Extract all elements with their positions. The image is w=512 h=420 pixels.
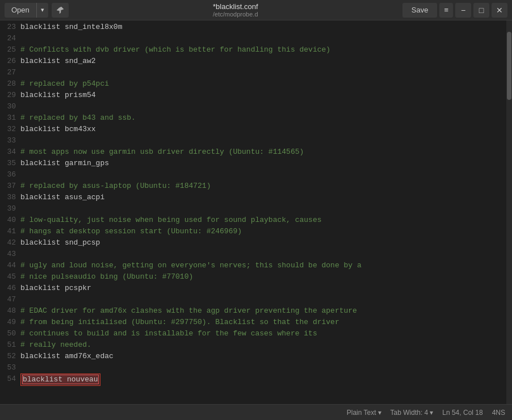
line-text: # ugly and loud noise, getting on everyo… xyxy=(20,260,362,271)
line-text: # nice pulseaudio bing (Ubuntu: #77010) xyxy=(20,271,193,283)
code-line: 49# from being initialised (Ubuntu: #297… xyxy=(0,317,506,328)
scrollbar[interactable] xyxy=(506,20,512,404)
line-text: # replaced by b43 and ssb. xyxy=(20,112,136,124)
line-text: blacklist amd76x_edac xyxy=(20,351,114,362)
code-line: 41# hangs at desktop session start (Ubun… xyxy=(0,226,506,237)
code-line: 34# most apps now use garmin usb driver … xyxy=(0,146,506,158)
code-line: 36 xyxy=(0,169,506,180)
tab-width-arrow: ▾ xyxy=(430,409,433,417)
line-number: 40 xyxy=(0,215,20,226)
line-text: # Conflicts with dvb driver (which is be… xyxy=(20,44,330,56)
line-text: blacklist prism54 xyxy=(20,90,96,101)
line-number: 32 xyxy=(0,124,20,135)
line-text: blacklist snd_pcsp xyxy=(20,237,100,249)
line-number: 30 xyxy=(0,101,20,112)
open-button[interactable]: Open xyxy=(5,3,36,18)
line-number: 36 xyxy=(0,169,20,180)
line-number: 25 xyxy=(0,44,20,56)
encoding-status: 4NS xyxy=(492,409,505,417)
code-line: 53 xyxy=(0,362,506,373)
line-number: 27 xyxy=(0,67,20,78)
code-line: 23blacklist snd_intel8x0m xyxy=(0,22,506,33)
code-line: 35blacklist garmin_gps xyxy=(0,158,506,169)
line-number: 28 xyxy=(0,78,20,90)
save-button[interactable]: Save xyxy=(402,3,438,18)
line-number: 26 xyxy=(0,56,20,67)
code-line: 45# nice pulseaudio bing (Ubuntu: #77010… xyxy=(0,271,506,283)
line-number: 48 xyxy=(0,305,20,317)
line-number: 34 xyxy=(0,146,20,158)
code-line: 30 xyxy=(0,101,506,112)
plain-text-status[interactable]: Plain Text ▾ xyxy=(347,409,381,417)
line-number: 38 xyxy=(0,192,20,203)
tab-width-status[interactable]: Tab Width: 4 ▾ xyxy=(391,409,434,417)
scrollbar-thumb[interactable] xyxy=(507,32,511,100)
line-number: 52 xyxy=(0,351,20,362)
line-number: 51 xyxy=(0,339,20,351)
code-line: 26blacklist snd_aw2 xyxy=(0,56,506,67)
code-line: 43 xyxy=(0,249,506,260)
title-bar-left: Open ▾ xyxy=(5,3,69,18)
line-text: # EDAC driver for amd76x clashes with th… xyxy=(20,305,357,317)
line-number: 53 xyxy=(0,362,20,373)
code-line: 39 xyxy=(0,203,506,215)
line-text: blacklist garmin_gps xyxy=(20,158,109,169)
open-dropdown-button[interactable]: ▾ xyxy=(36,3,48,18)
cursor-pos-status: Ln 54, Col 18 xyxy=(442,409,482,417)
pin-button[interactable] xyxy=(52,3,69,18)
code-line: 33 xyxy=(0,135,506,146)
code-line: 38blacklist asus_acpi xyxy=(0,192,506,203)
line-text: # hangs at desktop session start (Ubuntu… xyxy=(20,226,242,237)
encoding-label: 4NS xyxy=(492,409,505,417)
menu-button[interactable]: ≡ xyxy=(439,3,453,18)
title-bar: Open ▾ *blacklist.conf /etc/modprobe.d S… xyxy=(0,0,512,20)
tab-width-label: Tab Width: 4 xyxy=(391,409,429,417)
line-number: 50 xyxy=(0,328,20,339)
line-text: blacklist pcspkr xyxy=(20,283,91,294)
code-line: 28# replaced by p54pci xyxy=(0,78,506,90)
maximize-button[interactable]: □ xyxy=(473,3,489,18)
code-line: 52blacklist amd76x_edac xyxy=(0,351,506,362)
line-number: 44 xyxy=(0,260,20,271)
status-bar: Plain Text ▾ Tab Width: 4 ▾ Ln 54, Col 1… xyxy=(0,404,512,420)
code-line: 32blacklist bcm43xx xyxy=(0,124,506,135)
line-number: 49 xyxy=(0,317,20,328)
line-number: 46 xyxy=(0,283,20,294)
editor-area: 23blacklist snd_intel8x0m2425# Conflicts… xyxy=(0,20,512,404)
minimize-button[interactable]: − xyxy=(455,3,471,18)
line-text: # replaced by p54pci xyxy=(20,78,109,90)
line-number: 23 xyxy=(0,22,20,33)
code-region[interactable]: 23blacklist snd_intel8x0m2425# Conflicts… xyxy=(0,20,506,404)
code-line: 27 xyxy=(0,67,506,78)
code-line: 48# EDAC driver for amd76x clashes with … xyxy=(0,305,506,317)
code-line: 47 xyxy=(0,294,506,305)
code-line: 46blacklist pcspkr xyxy=(0,283,506,294)
line-text: # low-quality, just noise when being use… xyxy=(20,215,322,226)
line-number: 43 xyxy=(0,249,20,260)
plain-text-arrow: ▾ xyxy=(378,409,381,417)
title-bar-right: Save ≡ − □ ✕ xyxy=(402,3,507,18)
line-number: 37 xyxy=(0,180,20,192)
line-number: 29 xyxy=(0,90,20,101)
line-number: 33 xyxy=(0,135,20,146)
code-line: 54blacklist nouveau xyxy=(0,373,506,386)
line-number: 24 xyxy=(0,33,20,44)
line-text: # continues to build and is installable … xyxy=(20,328,317,339)
code-line: 51# really needed. xyxy=(0,339,506,351)
code-line: 37# replaced by asus-laptop (Ubuntu: #18… xyxy=(0,180,506,192)
line-number: 47 xyxy=(0,294,20,305)
close-button[interactable]: ✕ xyxy=(492,3,507,18)
line-number: 54 xyxy=(0,373,20,386)
line-text: # most apps now use garmin usb driver di… xyxy=(20,146,304,158)
plain-text-label: Plain Text xyxy=(347,409,376,417)
title-bar-center: *blacklist.conf /etc/modprobe.d xyxy=(69,2,402,18)
code-line: 29blacklist prism54 xyxy=(0,90,506,101)
code-line: 44# ugly and loud noise, getting on ever… xyxy=(0,260,506,271)
code-line: 40# low-quality, just noise when being u… xyxy=(0,215,506,226)
code-line: 50# continues to build and is installabl… xyxy=(0,328,506,339)
line-number: 45 xyxy=(0,271,20,283)
line-text: blacklist bcm43xx xyxy=(20,124,96,135)
code-line: 31# replaced by b43 and ssb. xyxy=(0,112,506,124)
line-text: # replaced by asus-laptop (Ubuntu: #1847… xyxy=(20,180,211,192)
line-text: blacklist snd_intel8x0m xyxy=(20,22,122,33)
